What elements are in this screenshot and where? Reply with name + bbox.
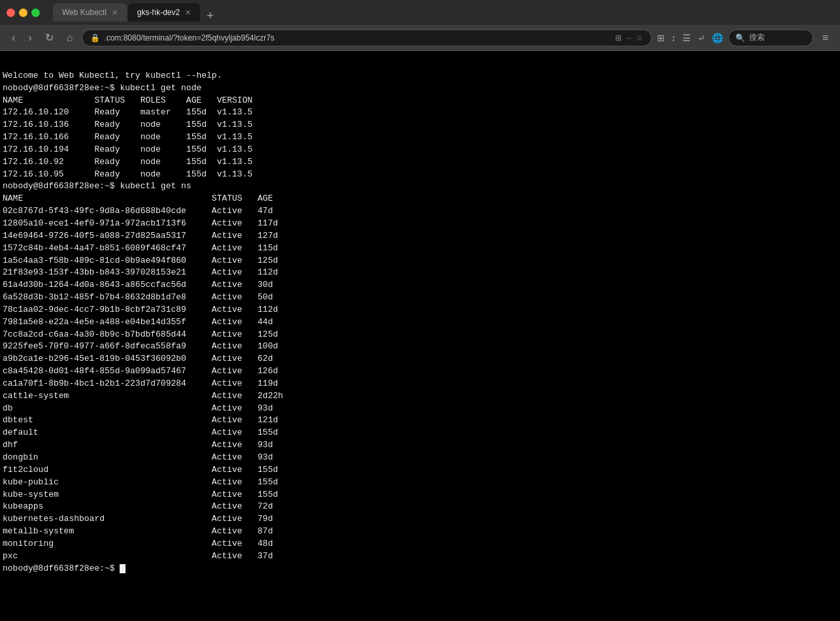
search-box[interactable]: 🔍 搜索: [728, 29, 813, 46]
tab-close-icon[interactable]: ✕: [185, 8, 191, 17]
terminal-line: 02c8767d-5f43-49fc-9d8a-86d688b40cde Act…: [3, 205, 837, 218]
menu-button[interactable]: ≡: [818, 29, 832, 46]
terminal-line: metallb-system Active 87d: [3, 526, 837, 538]
terminal-line: 61a4d30b-1264-4d0a-8643-a865ccfac56d Act…: [3, 279, 837, 292]
url-text: .com:8080/terminal/?token=2f5qhvyljab954…: [104, 33, 611, 42]
terminal-line: 172.16.10.95 Ready node 155d v1.13.5: [3, 169, 837, 181]
terminal-line: 1572c84b-4eb4-4a47-b851-6089f468cf47 Act…: [3, 243, 837, 255]
terminal-line: dbtest Active 121d: [3, 414, 837, 427]
terminal-line: nobody@8df6638f28ee:~$: [3, 563, 837, 575]
tab-bar: Web Kubectl ✕ gks-hk-dev2 ✕ +: [53, 3, 219, 22]
terminal-line: 172.16.10.120 Ready master 155d v1.13.5: [3, 107, 837, 119]
back-button[interactable]: ‹: [8, 29, 19, 46]
back-icon-2[interactable]: ⤶: [697, 33, 705, 43]
tab-label: Web Kubectl: [62, 8, 107, 17]
terminal-line: 6a528d3b-3b12-485f-b7b4-8632d8b1d7e8 Act…: [3, 292, 837, 304]
terminal-line: c8a45428-0d01-48f4-855d-9a099ad57467 Act…: [3, 365, 837, 378]
terminal-line: kubeapps Active 72d: [3, 501, 837, 513]
terminal-line: NAME STATUS AGE: [3, 193, 837, 205]
minimize-button[interactable]: [19, 8, 27, 17]
terminal-cursor: [120, 564, 126, 573]
bookmark-icon: ☆: [636, 33, 643, 42]
terminal-line: 14e69464-9726-40f5-a088-27d825aa5317 Act…: [3, 230, 837, 243]
terminal-line: a9b2ca1e-b296-45e1-819b-0453f36092b0 Act…: [3, 353, 837, 365]
new-tab-button[interactable]: +: [201, 10, 219, 22]
sync-icon[interactable]: ↕: [671, 33, 676, 43]
reader-view-icon[interactable]: ☰: [682, 33, 691, 43]
lock-icon: 🔒: [90, 33, 100, 42]
terminal-line: Welcome to Web Kubectl, try kubectl --he…: [3, 70, 837, 82]
terminal-line: 172.16.10.92 Ready node 155d v1.13.5: [3, 156, 837, 169]
terminal-line: kube-public Active 155d: [3, 477, 837, 489]
terminal-line: fit2cloud Active 155d: [3, 464, 837, 477]
close-button[interactable]: [7, 8, 15, 17]
terminal-line: 78c1aa02-9dec-4cc7-9b1b-8cbf2a731c89 Act…: [3, 304, 837, 316]
terminal-line: 12805a10-ece1-4ef0-971a-972acb1713f6 Act…: [3, 218, 837, 230]
search-placeholder: 搜索: [749, 32, 765, 43]
tab-close-icon[interactable]: ✕: [112, 8, 118, 17]
terminal-line: 172.16.10.194 Ready node 155d v1.13.5: [3, 144, 837, 156]
firefox-icon[interactable]: 🌐: [712, 33, 723, 43]
tab-label: gks-hk-dev2: [137, 8, 180, 17]
terminal-line: db Active 93d: [3, 403, 837, 415]
forward-button[interactable]: ›: [24, 29, 35, 46]
terminal-line: ca1a70f1-8b9b-4bc1-b2b1-223d7d709284 Act…: [3, 378, 837, 390]
reload-button[interactable]: ↻: [41, 29, 58, 46]
nav-icons: ⊞ ↕ ☰ ⤶ 🌐: [657, 33, 723, 43]
terminal-line: monitoring Active 48d: [3, 538, 837, 550]
search-icon: 🔍: [735, 33, 745, 42]
url-bar[interactable]: 🔒 .com:8080/terminal/?token=2f5qhvyljab9…: [82, 29, 651, 46]
terminal-line: kubernetes-dashboard Active 79d: [3, 513, 837, 526]
home-button[interactable]: ⌂: [63, 29, 77, 46]
traffic-lights: [7, 8, 40, 17]
extensions-icon[interactable]: ⊞: [657, 33, 665, 43]
terminal-line: 9225fee5-70f0-4977-a66f-8dfeca558fa9 Act…: [3, 341, 837, 353]
terminal-line: nobody@8df6638f28ee:~$ kubectl get ns: [3, 180, 837, 193]
terminal-line: cattle-system Active 2d22h: [3, 390, 837, 403]
terminal-line: 1a5c4aa3-f58b-489c-81cd-0b9ae494f860 Act…: [3, 255, 837, 267]
terminal-line: 172.16.10.166 Ready node 155d v1.13.5: [3, 131, 837, 144]
site-info-icon: ⊞: [615, 33, 622, 42]
more-icon: ···: [626, 33, 632, 42]
browser-chrome: Web Kubectl ✕ gks-hk-dev2 ✕ + ‹ › ↻ ⌂ 🔒 …: [0, 0, 840, 51]
terminal-line: dongbin Active 93d: [3, 452, 837, 464]
terminal-line: kube-system Active 155d: [3, 489, 837, 501]
terminal-line: 7981a5e8-e22a-4e5e-a488-e04be14d355f Act…: [3, 316, 837, 329]
nav-bar: ‹ › ↻ ⌂ 🔒 .com:8080/terminal/?token=2f5q…: [0, 25, 840, 51]
terminal-line: 21f83e93-153f-43bb-b843-397028153e21 Act…: [3, 267, 837, 279]
terminal-line: default Active 155d: [3, 427, 837, 439]
maximize-button[interactable]: [31, 8, 40, 17]
terminal-line: dhf Active 93d: [3, 439, 837, 452]
terminal[interactable]: Welcome to Web Kubectl, try kubectl --he…: [0, 51, 840, 621]
terminal-line: 7cc8a2cd-c6aa-4a30-8b9c-b7bdbf685d44 Act…: [3, 329, 837, 341]
terminal-line: nobody@8df6638f28ee:~$ kubectl get node: [3, 82, 837, 95]
terminal-line: 172.16.10.136 Ready node 155d v1.13.5: [3, 119, 837, 131]
terminal-line: NAME STATUS ROLES AGE VERSION: [3, 95, 837, 107]
title-bar: Web Kubectl ✕ gks-hk-dev2 ✕ +: [0, 0, 840, 25]
terminal-line: pxc Active 37d: [3, 550, 837, 563]
tab-web-kubectl[interactable]: Web Kubectl ✕: [53, 3, 127, 22]
tab-gks-hk-dev2[interactable]: gks-hk-dev2 ✕: [128, 3, 200, 22]
